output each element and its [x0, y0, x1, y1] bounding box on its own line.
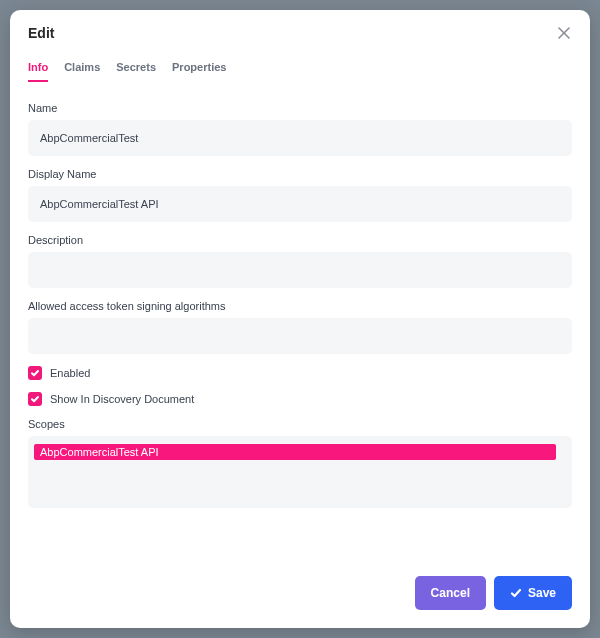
tab-claims[interactable]: Claims [64, 57, 100, 81]
check-icon [510, 587, 522, 599]
discovery-label: Show In Discovery Document [50, 393, 194, 405]
description-label: Description [28, 234, 572, 246]
modal-title: Edit [28, 25, 54, 41]
cancel-button[interactable]: Cancel [415, 576, 486, 610]
name-label: Name [28, 102, 572, 114]
tab-info[interactable]: Info [28, 57, 48, 81]
check-icon [30, 394, 40, 404]
algorithms-label: Allowed access token signing algorithms [28, 300, 572, 312]
save-label: Save [528, 586, 556, 600]
modal-footer: Cancel Save [10, 564, 590, 628]
enabled-checkbox[interactable] [28, 366, 42, 380]
tab-secrets[interactable]: Secrets [116, 57, 156, 81]
discovery-row: Show In Discovery Document [28, 392, 572, 406]
algorithms-input[interactable] [28, 318, 572, 354]
scopes-label: Scopes [28, 418, 572, 430]
tab-bar: Info Claims Secrets Properties [10, 47, 590, 82]
check-icon [30, 368, 40, 378]
enabled-label: Enabled [50, 367, 90, 379]
scope-option-selected[interactable]: AbpCommercialTest API [34, 444, 556, 460]
enabled-row: Enabled [28, 366, 572, 380]
modal-header: Edit [10, 10, 590, 47]
scrollbar[interactable] [564, 440, 570, 504]
edit-modal: Edit Info Claims Secrets Properties Name… [10, 10, 590, 628]
discovery-checkbox[interactable] [28, 392, 42, 406]
close-button[interactable] [556, 25, 572, 41]
close-icon [556, 25, 572, 41]
description-input[interactable] [28, 252, 572, 288]
display-name-input[interactable] [28, 186, 572, 222]
scopes-select[interactable]: AbpCommercialTest API [28, 436, 572, 508]
display-name-label: Display Name [28, 168, 572, 180]
save-button[interactable]: Save [494, 576, 572, 610]
tab-properties[interactable]: Properties [172, 57, 226, 81]
name-input[interactable] [28, 120, 572, 156]
modal-body: Name Display Name Description Allowed ac… [10, 82, 590, 564]
